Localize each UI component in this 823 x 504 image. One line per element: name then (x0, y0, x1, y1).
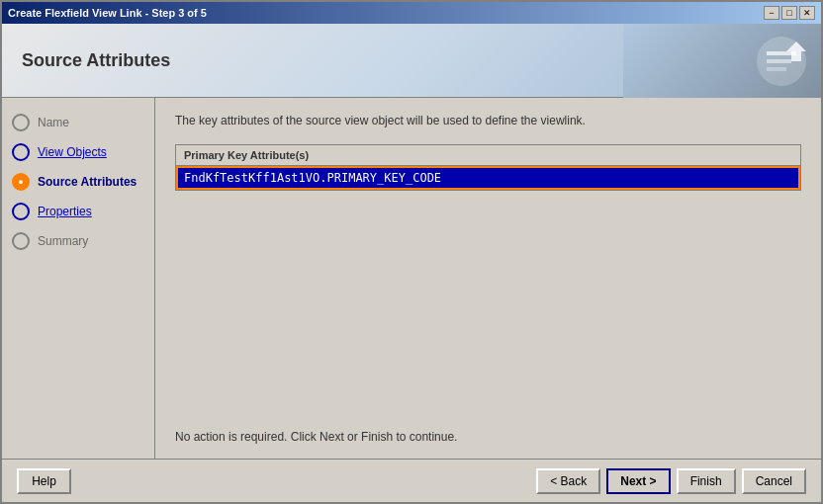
next-button[interactable]: Next > (606, 468, 670, 494)
finish-button[interactable]: Finish (677, 468, 736, 494)
sidebar-item-properties[interactable]: Properties (2, 197, 154, 226)
bottom-message: No action is required. Click Next or Fin… (175, 420, 801, 444)
step-1-indicator (12, 114, 30, 131)
header-icon (752, 32, 811, 91)
primary-key-header: Primary Key Attribute(s) (176, 145, 800, 166)
main-window: Create Flexfield View Link - Step 3 of 5… (0, 0, 823, 504)
sidebar-label-summary: Summary (38, 234, 88, 248)
sidebar-label-properties: Properties (38, 205, 92, 218)
sidebar-label-view-objects: View Objects (38, 145, 107, 159)
primary-key-section: Primary Key Attribute(s) FndKfTestKff1As… (175, 144, 801, 191)
description-text: The key attributes of the source view ob… (175, 113, 801, 129)
title-bar: Create Flexfield View Link - Step 3 of 5… (2, 2, 821, 24)
header-section: Source Attributes (2, 24, 821, 98)
cancel-button[interactable]: Cancel (742, 468, 806, 494)
window-controls: − □ ✕ (764, 6, 815, 20)
step-5-indicator (12, 232, 30, 250)
help-button[interactable]: Help (17, 468, 71, 494)
sidebar-item-view-objects[interactable]: View Objects (2, 137, 154, 167)
window-title: Create Flexfield View Link - Step 3 of 5 (8, 7, 207, 19)
sidebar: Name View Objects ● Source Attributes Pr… (2, 98, 155, 459)
main-body: Name View Objects ● Source Attributes Pr… (2, 98, 821, 459)
sidebar-label-source-attributes: Source Attributes (38, 175, 137, 189)
close-button[interactable]: ✕ (799, 6, 815, 20)
minimize-button[interactable]: − (764, 6, 779, 20)
header-decoration-inner (623, 24, 821, 98)
footer-left: Help (17, 468, 71, 494)
svg-rect-2 (767, 59, 791, 63)
sidebar-item-summary: Summary (2, 226, 154, 256)
selected-attribute[interactable]: FndKfTestKff1Ast1VO.PRIMARY_KEY_CODE (176, 166, 800, 190)
maximize-button[interactable]: □ (781, 6, 797, 20)
main-content: The key attributes of the source view ob… (155, 98, 821, 459)
header-decoration (623, 24, 821, 98)
sidebar-label-name: Name (38, 116, 69, 129)
step-3-indicator: ● (12, 173, 30, 191)
footer-right: < Back Next > Finish Cancel (536, 468, 806, 494)
step-4-indicator (12, 203, 30, 220)
sidebar-item-name: Name (2, 108, 154, 137)
step-2-indicator (12, 143, 30, 161)
page-title: Source Attributes (22, 50, 170, 71)
svg-rect-3 (767, 67, 786, 71)
back-button[interactable]: < Back (536, 468, 600, 494)
content-area: Source Attributes (2, 24, 821, 459)
sidebar-item-source-attributes[interactable]: ● Source Attributes (2, 167, 154, 197)
footer: Help < Back Next > Finish Cancel (2, 459, 821, 502)
